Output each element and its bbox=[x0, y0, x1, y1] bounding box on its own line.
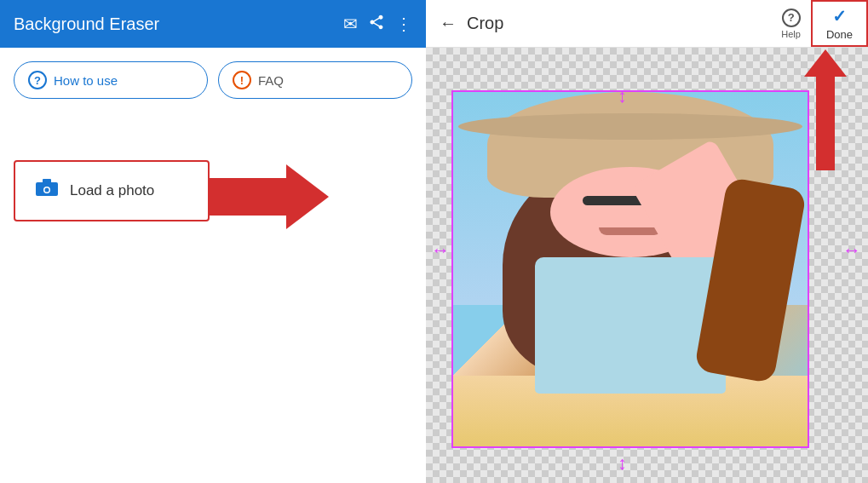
faq-button[interactable]: ! FAQ bbox=[218, 61, 412, 99]
shirt-shape bbox=[535, 257, 727, 393]
back-button[interactable]: ← bbox=[433, 14, 463, 33]
crop-handle-right[interactable]: ↔ bbox=[842, 239, 861, 262]
arrow-up bbox=[804, 49, 847, 170]
arrow-right bbox=[210, 164, 329, 229]
how-to-use-label: How to use bbox=[54, 73, 118, 88]
help-label: Help bbox=[781, 29, 801, 39]
photo-crop-container bbox=[451, 90, 809, 448]
exclamation-icon: ! bbox=[233, 71, 251, 89]
help-icon: ? bbox=[782, 9, 801, 27]
help-button[interactable]: ? Help bbox=[771, 9, 811, 39]
left-panel: Background Eraser ✉ ⋮ ? How to use ! FAQ bbox=[0, 0, 426, 483]
share-icon[interactable] bbox=[368, 14, 385, 35]
done-label: Done bbox=[826, 28, 853, 41]
done-button[interactable]: ✓ Done bbox=[811, 0, 868, 47]
right-panel: ← Crop ? Help ✓ Done bbox=[426, 0, 868, 483]
app-title: Background Eraser bbox=[14, 14, 333, 34]
photo-icon bbox=[36, 179, 58, 203]
photo-preview bbox=[453, 92, 808, 446]
load-photo-label: Load a photo bbox=[70, 182, 154, 199]
crop-handle-left[interactable]: ↔ bbox=[431, 239, 450, 262]
crop-handle-bottom[interactable]: ↕ bbox=[618, 452, 627, 474]
svg-point-3 bbox=[45, 188, 49, 193]
how-to-use-button[interactable]: ? How to use bbox=[14, 61, 208, 99]
question-icon: ? bbox=[28, 71, 47, 89]
person-figure bbox=[471, 92, 790, 394]
header-actions: ? Help ✓ Done bbox=[771, 0, 868, 47]
top-buttons: ? How to use ! FAQ bbox=[14, 61, 412, 99]
more-icon[interactable]: ⋮ bbox=[395, 14, 412, 34]
app-header: Background Eraser ✉ ⋮ bbox=[0, 0, 426, 48]
crop-area: ↕ ↕ ↔ ↔ bbox=[426, 48, 868, 483]
email-icon[interactable]: ✉ bbox=[343, 14, 358, 34]
load-photo-area: Load a photo bbox=[14, 160, 412, 221]
faq-label: FAQ bbox=[258, 73, 284, 88]
crop-handle-top[interactable]: ↕ bbox=[618, 85, 627, 107]
load-photo-button[interactable]: Load a photo bbox=[14, 160, 210, 221]
back-icon: ← bbox=[440, 14, 457, 33]
crop-title: Crop bbox=[467, 14, 503, 33]
done-check-icon: ✓ bbox=[832, 6, 847, 26]
left-content: ? How to use ! FAQ Load a photo bbox=[0, 48, 426, 483]
crop-header: ← Crop ? Help ✓ Done bbox=[426, 0, 868, 48]
svg-rect-1 bbox=[43, 179, 51, 184]
hat-brim bbox=[458, 113, 802, 140]
